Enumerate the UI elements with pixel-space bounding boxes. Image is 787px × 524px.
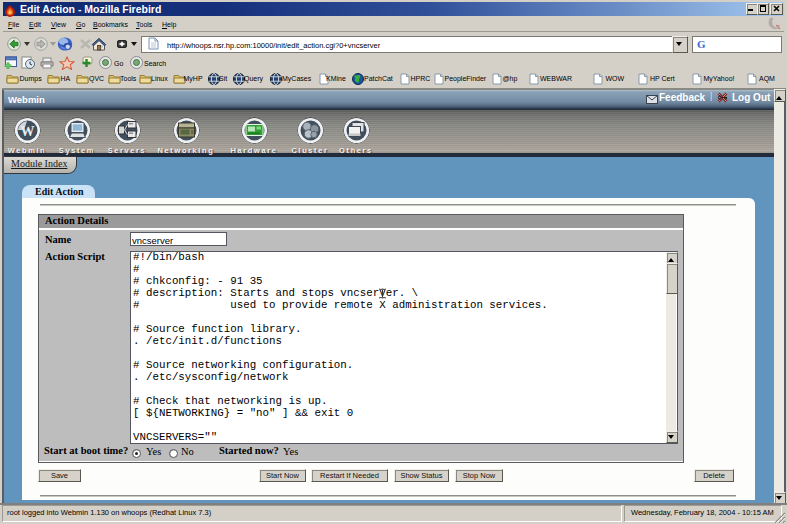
svg-text:W: W (21, 124, 35, 139)
